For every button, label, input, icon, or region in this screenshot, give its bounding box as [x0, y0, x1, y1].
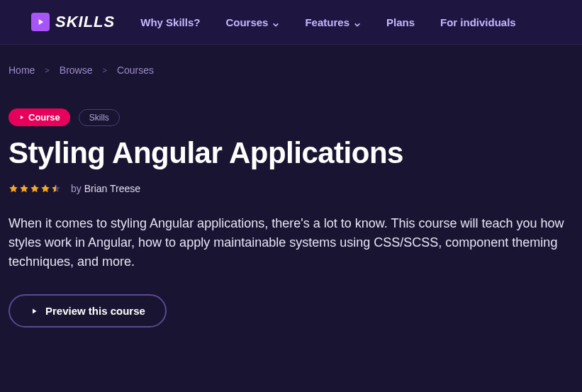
course-description: When it comes to styling Angular applica…	[9, 214, 569, 271]
nav-courses[interactable]: Courses	[225, 16, 279, 28]
nav-links: Why Skills? Courses Features Plans For i…	[140, 16, 515, 28]
logo[interactable]: SKILLS	[31, 13, 115, 31]
breadcrumb: Home > Browse > Courses	[9, 65, 573, 76]
tag-course[interactable]: Course	[9, 108, 70, 126]
star-icon	[19, 184, 29, 194]
content: Home > Browse > Courses Course Skills St…	[0, 45, 582, 327]
chevron-right-icon: >	[102, 66, 106, 74]
breadcrumb-browse[interactable]: Browse	[60, 65, 93, 76]
rating-stars	[9, 184, 61, 194]
star-icon	[9, 184, 18, 194]
brand-text: SKILLS	[55, 13, 115, 31]
nav-features[interactable]: Features	[305, 16, 361, 28]
nav-individuals[interactable]: For individuals	[440, 16, 516, 28]
star-half-icon	[51, 184, 61, 194]
play-icon	[18, 114, 25, 121]
play-logo-icon	[31, 13, 50, 31]
breadcrumb-courses[interactable]: Courses	[117, 65, 154, 76]
course-author[interactable]: by Brian Treese	[71, 183, 140, 194]
chevron-right-icon: >	[45, 66, 49, 74]
nav-plans[interactable]: Plans	[386, 16, 415, 28]
nav-why-skills[interactable]: Why Skills?	[140, 16, 200, 28]
page-title: Styling Angular Applications	[9, 136, 573, 170]
tags: Course Skills	[9, 108, 573, 126]
star-icon	[30, 184, 40, 194]
chevron-down-icon	[354, 18, 361, 26]
breadcrumb-home[interactable]: Home	[9, 65, 35, 76]
tag-skills[interactable]: Skills	[79, 109, 120, 126]
course-meta: by Brian Treese	[9, 183, 573, 194]
preview-button[interactable]: Preview this course	[9, 294, 167, 327]
play-icon	[30, 307, 38, 315]
star-icon	[40, 184, 50, 194]
navbar: SKILLS Why Skills? Courses Features Plan…	[0, 0, 582, 45]
chevron-down-icon	[272, 18, 279, 26]
